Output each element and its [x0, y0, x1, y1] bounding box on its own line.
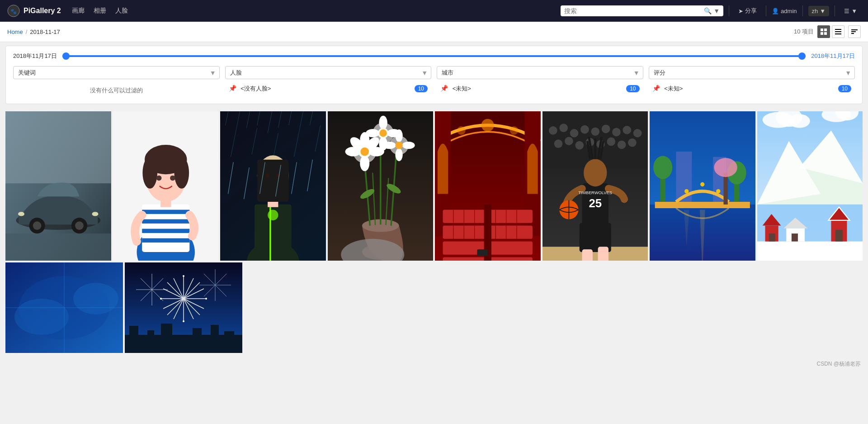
svg-point-81 — [360, 155, 369, 171]
gallery-item-5[interactable] — [435, 111, 541, 261]
search-input[interactable] — [564, 7, 704, 14]
footer-watermark: CSDN @杨浦老苏 — [0, 357, 868, 372]
svg-rect-190 — [791, 233, 797, 242]
nav-albums[interactable]: 相册 — [94, 7, 106, 15]
gallery-item-10[interactable] — [125, 262, 242, 353]
list-icon — [835, 29, 841, 35]
svg-rect-28 — [142, 229, 189, 233]
svg-point-89 — [379, 116, 387, 129]
brand-title: PiGallery 2 — [24, 7, 61, 15]
filter-panel: 2018年11月17日 2018年11月17日 关键词 ▼ 人脸 ▼ 城市 — [5, 46, 863, 104]
gallery-image-6: 25 — [542, 111, 648, 261]
divider-4 — [835, 5, 835, 16]
svg-point-91 — [366, 129, 379, 138]
divider-2 — [766, 5, 766, 16]
svg-point-144 — [628, 138, 637, 147]
svg-point-124 — [457, 126, 466, 135]
gallery-image-7 — [650, 111, 755, 261]
svg-rect-246 — [224, 331, 234, 353]
gallery-image-9 — [5, 262, 123, 353]
svg-point-33 — [142, 157, 157, 189]
city-option-item[interactable]: 📌 <未知> 10 — [437, 83, 643, 95]
breadcrumb-right: 10 项目 — [794, 25, 861, 38]
breadcrumb-current: 2018-11-17 — [30, 29, 60, 35]
svg-point-86 — [360, 148, 369, 156]
keyword-filter-select[interactable]: 关键词 — [13, 66, 220, 79]
date-slider[interactable] — [62, 52, 806, 61]
gallery-image-4 — [328, 111, 434, 261]
brand[interactable]: 🐾 PiGallery 2 — [7, 5, 61, 17]
hamburger-icon: ☰ — [844, 8, 849, 14]
item-count: 10 项目 — [794, 28, 814, 36]
gallery-item-7[interactable] — [650, 111, 755, 261]
svg-point-238 — [160, 298, 162, 300]
sort-button[interactable] — [848, 25, 861, 38]
svg-rect-122 — [477, 249, 487, 256]
svg-point-98 — [402, 142, 415, 149]
svg-point-239 — [205, 298, 207, 300]
nav-gallery[interactable]: 画廊 — [72, 7, 85, 15]
svg-point-60 — [268, 210, 278, 220]
search-dropdown-icon[interactable]: ▼ — [713, 7, 720, 14]
gallery-image-8 — [757, 111, 863, 261]
svg-point-175 — [714, 158, 737, 177]
svg-rect-5 — [824, 32, 827, 35]
svg-point-130 — [570, 129, 578, 138]
search-icon[interactable]: 🔍 — [704, 7, 712, 14]
admin-label: admin — [781, 8, 797, 14]
gallery-item-2[interactable] — [113, 111, 219, 261]
grid-view-button[interactable] — [817, 25, 830, 38]
face-option-item[interactable]: 📌 <没有人脸> 10 — [225, 83, 432, 95]
svg-point-236 — [183, 275, 184, 277]
rating-option-item[interactable]: 📌 <未知> 10 — [649, 83, 855, 95]
svg-point-143 — [617, 141, 626, 149]
svg-rect-6 — [835, 29, 841, 30]
no-filter-text: 没有什么可以过滤的 — [13, 83, 220, 98]
gallery-item-6[interactable]: 25 — [542, 111, 648, 261]
filter-dropdowns: 关键词 ▼ 人脸 ▼ 城市 ▼ 评分 ▼ — [13, 66, 855, 79]
gallery-item-8[interactable] — [757, 111, 863, 261]
language-button[interactable]: zh ▼ — [808, 6, 830, 16]
svg-point-142 — [607, 138, 615, 146]
face-pin-icon: 📌 — [229, 85, 236, 92]
gallery-empty-space — [244, 262, 863, 353]
svg-point-99 — [395, 142, 402, 149]
svg-point-134 — [612, 128, 621, 137]
face-filter-select[interactable]: 人脸 — [225, 66, 432, 79]
rating-filter-select[interactable]: 评分 — [649, 66, 855, 79]
list-view-button[interactable] — [832, 25, 844, 38]
city-filter-select[interactable]: 城市 — [437, 66, 643, 79]
slider-thumb-right[interactable] — [798, 52, 806, 60]
svg-rect-150 — [598, 247, 608, 261]
svg-text:TIMBERWOLVES: TIMBERWOLVES — [578, 191, 612, 195]
gallery-section: 25 — [0, 108, 868, 357]
divider-3 — [802, 5, 803, 16]
gallery-image-10 — [125, 262, 242, 353]
breadcrumb-home[interactable]: Home — [7, 29, 23, 35]
grid-icon — [821, 29, 827, 35]
lang-dropdown-icon: ▼ — [820, 8, 826, 14]
svg-rect-244 — [193, 328, 202, 353]
svg-rect-245 — [211, 325, 219, 353]
gallery-item-3[interactable] — [220, 111, 326, 261]
svg-point-165 — [653, 156, 672, 179]
svg-point-194 — [789, 114, 810, 128]
svg-point-19 — [75, 221, 84, 230]
nav-faces[interactable]: 人脸 — [115, 7, 128, 15]
gallery-row-2 — [5, 262, 863, 353]
svg-rect-174 — [723, 173, 727, 205]
gallery-item-1[interactable] — [5, 111, 111, 261]
share-label: 分享 — [745, 7, 757, 15]
admin-button[interactable]: 👤 admin — [772, 8, 797, 14]
svg-rect-29 — [142, 238, 189, 243]
slider-thumb-left[interactable] — [62, 52, 70, 60]
gallery-item-9[interactable] — [5, 262, 123, 353]
gallery-item-4[interactable] — [328, 111, 434, 261]
svg-point-125 — [510, 126, 519, 135]
svg-point-139 — [575, 141, 584, 150]
search-icons: 🔍 ▼ — [704, 7, 720, 14]
gallery-image-3 — [220, 111, 326, 261]
menu-button[interactable]: ☰ ▼ — [840, 6, 861, 16]
share-button[interactable]: ➤ 分享 — [735, 5, 760, 17]
user-icon: 👤 — [772, 8, 779, 14]
